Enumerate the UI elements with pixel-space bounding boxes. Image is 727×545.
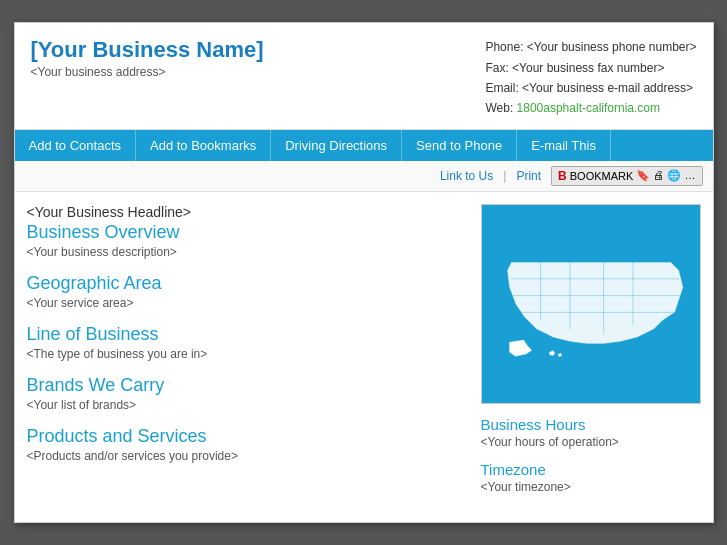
link-to-us-button[interactable]: Link to Us (440, 169, 493, 183)
products-desc: <Products and/or services you provide> (27, 449, 465, 463)
bookmark-button[interactable]: B BOOKMARK 🔖 🖨 🌐 … (551, 166, 702, 186)
web-link[interactable]: 1800asphalt-california.com (517, 101, 660, 115)
email-info: Email: <Your business e-mail address> (485, 78, 696, 98)
bookmark-icon: B (558, 169, 567, 183)
header: [Your Business Name] <Your business addr… (15, 23, 713, 130)
business-name: [Your Business Name] (31, 37, 264, 63)
brands-title: Brands We Carry (27, 375, 465, 396)
lob-desc: <The type of business you are in> (27, 347, 465, 361)
nav-add-contacts[interactable]: Add to Contacts (15, 130, 137, 161)
geo-desc: <Your service area> (27, 296, 465, 310)
toolbar-row: Link to Us | Print B BOOKMARK 🔖 🖨 🌐 … (15, 161, 713, 192)
business-headline: <Your Business Headline> (27, 204, 465, 220)
geo-title: Geographic Area (27, 273, 465, 294)
web-info: Web: 1800asphalt-california.com (485, 98, 696, 118)
lob-title: Line of Business (27, 324, 465, 345)
hours-title: Business Hours (481, 416, 701, 433)
web-label: Web: (485, 101, 513, 115)
bookmark-extra: 🔖 🖨 🌐 … (636, 169, 695, 182)
bookmark-label: BOOKMARK (570, 170, 634, 182)
overview-title: Business Overview (27, 222, 465, 243)
nav-add-bookmarks[interactable]: Add to Bookmarks (136, 130, 271, 161)
timezone-title: Timezone (481, 461, 701, 478)
main-content: <Your Business Headline> Business Overvi… (15, 192, 713, 522)
toolbar-divider: | (503, 169, 506, 183)
us-map (481, 204, 701, 404)
timezone-desc: <Your timezone> (481, 480, 701, 494)
nav-email-this[interactable]: E-mail This (517, 130, 611, 161)
hours-desc: <Your hours of operation> (481, 435, 701, 449)
header-right: Phone: <Your business phone number> Fax:… (485, 37, 696, 119)
nav-send-to-phone[interactable]: Send to Phone (402, 130, 517, 161)
brands-desc: <Your list of brands> (27, 398, 465, 412)
us-map-svg (486, 209, 696, 399)
products-title: Products and Services (27, 426, 465, 447)
nav-driving-directions[interactable]: Driving Directions (271, 130, 402, 161)
print-button[interactable]: Print (516, 169, 541, 183)
header-left: [Your Business Name] <Your business addr… (31, 37, 264, 79)
overview-desc: <Your business description> (27, 245, 465, 259)
left-column: <Your Business Headline> Business Overvi… (27, 204, 465, 506)
phone-info: Phone: <Your business phone number> (485, 37, 696, 57)
fax-info: Fax: <Your business fax number> (485, 58, 696, 78)
business-address: <Your business address> (31, 65, 264, 79)
right-column: Business Hours <Your hours of operation>… (481, 204, 701, 506)
nav-bar: Add to Contacts Add to Bookmarks Driving… (15, 130, 713, 161)
page-wrapper: [Your Business Name] <Your business addr… (14, 22, 714, 523)
